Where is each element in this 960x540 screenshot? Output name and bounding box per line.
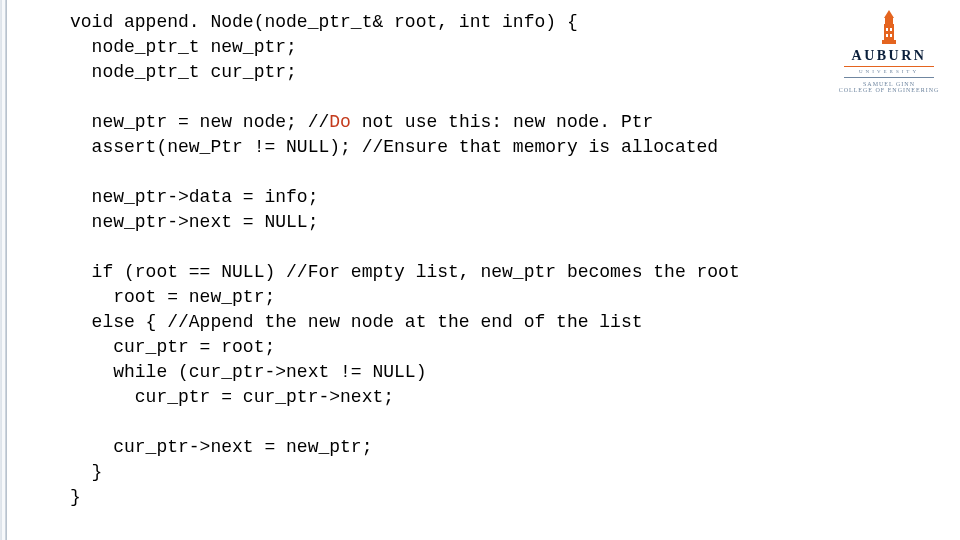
do-keyword: Do	[329, 112, 351, 132]
code-line: new_ptr = new node; //	[70, 112, 329, 132]
code-line: if (root == NULL) //For empty list, new_…	[70, 262, 740, 282]
code-line: cur_ptr->next = new_ptr;	[70, 437, 372, 457]
code-line: while (cur_ptr->next != NULL)	[70, 362, 426, 382]
code-line: }	[70, 487, 81, 507]
code-line: node_ptr_t new_ptr;	[70, 37, 297, 57]
code-line: void append. Node(node_ptr_t& root, int …	[70, 12, 578, 32]
code-line: node_ptr_t cur_ptr;	[70, 62, 297, 82]
code-line: cur_ptr = cur_ptr->next;	[70, 387, 394, 407]
slide: AUBURN UNIVERSITY SAMUEL GINN COLLEGE OF…	[0, 0, 960, 540]
left-vertical-rule-highlight	[2, 0, 5, 540]
code-line: new_ptr->data = info;	[70, 187, 318, 207]
code-line: assert(new_Ptr != NULL); //Ensure that m…	[70, 137, 718, 157]
code-block: void append. Node(node_ptr_t& root, int …	[70, 10, 940, 510]
code-line: else { //Append the new node at the end …	[70, 312, 643, 332]
code-line: cur_ptr = root;	[70, 337, 275, 357]
code-line: }	[70, 462, 102, 482]
code-line: new_ptr->next = NULL;	[70, 212, 318, 232]
code-line: root = new_ptr;	[70, 287, 275, 307]
code-line: not use this: new node. Ptr	[351, 112, 653, 132]
